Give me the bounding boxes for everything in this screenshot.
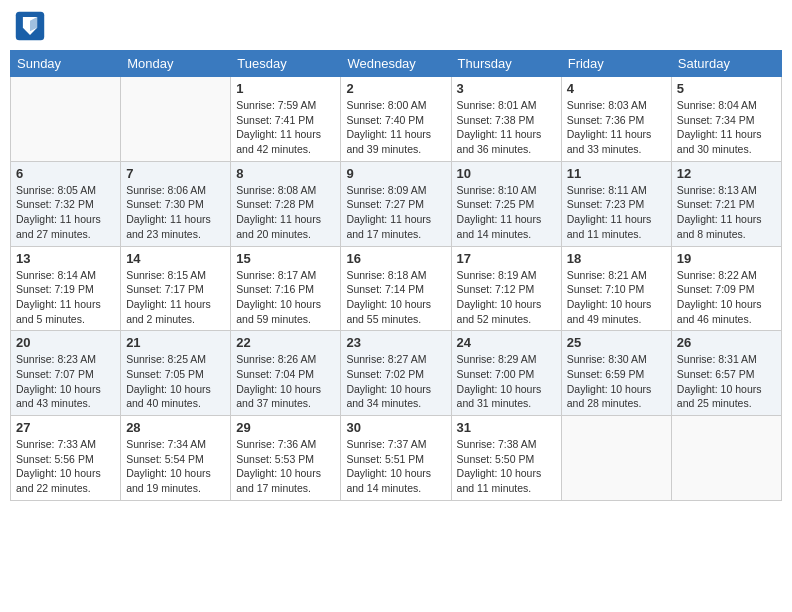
- logo-icon: [14, 10, 46, 42]
- cell-content: Sunrise: 8:15 AM Sunset: 7:17 PM Dayligh…: [126, 268, 225, 327]
- calendar-cell: 31Sunrise: 7:38 AM Sunset: 5:50 PM Dayli…: [451, 416, 561, 501]
- week-row-5: 27Sunrise: 7:33 AM Sunset: 5:56 PM Dayli…: [11, 416, 782, 501]
- day-number: 10: [457, 166, 556, 181]
- calendar-cell: 20Sunrise: 8:23 AM Sunset: 7:07 PM Dayli…: [11, 331, 121, 416]
- cell-content: Sunrise: 8:05 AM Sunset: 7:32 PM Dayligh…: [16, 183, 115, 242]
- day-number: 24: [457, 335, 556, 350]
- calendar-cell: 22Sunrise: 8:26 AM Sunset: 7:04 PM Dayli…: [231, 331, 341, 416]
- cell-content: Sunrise: 7:37 AM Sunset: 5:51 PM Dayligh…: [346, 437, 445, 496]
- calendar-cell: 27Sunrise: 7:33 AM Sunset: 5:56 PM Dayli…: [11, 416, 121, 501]
- col-header-wednesday: Wednesday: [341, 51, 451, 77]
- calendar-cell: [561, 416, 671, 501]
- calendar-cell: 3Sunrise: 8:01 AM Sunset: 7:38 PM Daylig…: [451, 77, 561, 162]
- day-number: 17: [457, 251, 556, 266]
- cell-content: Sunrise: 8:10 AM Sunset: 7:25 PM Dayligh…: [457, 183, 556, 242]
- calendar-cell: 16Sunrise: 8:18 AM Sunset: 7:14 PM Dayli…: [341, 246, 451, 331]
- cell-content: Sunrise: 7:59 AM Sunset: 7:41 PM Dayligh…: [236, 98, 335, 157]
- calendar-cell: [11, 77, 121, 162]
- cell-content: Sunrise: 8:18 AM Sunset: 7:14 PM Dayligh…: [346, 268, 445, 327]
- cell-content: Sunrise: 8:00 AM Sunset: 7:40 PM Dayligh…: [346, 98, 445, 157]
- calendar-cell: 21Sunrise: 8:25 AM Sunset: 7:05 PM Dayli…: [121, 331, 231, 416]
- calendar-cell: 9Sunrise: 8:09 AM Sunset: 7:27 PM Daylig…: [341, 161, 451, 246]
- day-number: 6: [16, 166, 115, 181]
- calendar-cell: 6Sunrise: 8:05 AM Sunset: 7:32 PM Daylig…: [11, 161, 121, 246]
- cell-content: Sunrise: 8:23 AM Sunset: 7:07 PM Dayligh…: [16, 352, 115, 411]
- day-number: 15: [236, 251, 335, 266]
- day-number: 5: [677, 81, 776, 96]
- day-number: 26: [677, 335, 776, 350]
- day-number: 13: [16, 251, 115, 266]
- calendar-cell: 29Sunrise: 7:36 AM Sunset: 5:53 PM Dayli…: [231, 416, 341, 501]
- calendar-cell: 23Sunrise: 8:27 AM Sunset: 7:02 PM Dayli…: [341, 331, 451, 416]
- week-row-1: 1Sunrise: 7:59 AM Sunset: 7:41 PM Daylig…: [11, 77, 782, 162]
- day-number: 3: [457, 81, 556, 96]
- cell-content: Sunrise: 7:38 AM Sunset: 5:50 PM Dayligh…: [457, 437, 556, 496]
- day-number: 27: [16, 420, 115, 435]
- calendar-cell: 17Sunrise: 8:19 AM Sunset: 7:12 PM Dayli…: [451, 246, 561, 331]
- cell-content: Sunrise: 7:36 AM Sunset: 5:53 PM Dayligh…: [236, 437, 335, 496]
- col-header-saturday: Saturday: [671, 51, 781, 77]
- calendar-cell: 4Sunrise: 8:03 AM Sunset: 7:36 PM Daylig…: [561, 77, 671, 162]
- calendar-cell: 15Sunrise: 8:17 AM Sunset: 7:16 PM Dayli…: [231, 246, 341, 331]
- col-header-tuesday: Tuesday: [231, 51, 341, 77]
- day-number: 1: [236, 81, 335, 96]
- day-number: 9: [346, 166, 445, 181]
- calendar-cell: 24Sunrise: 8:29 AM Sunset: 7:00 PM Dayli…: [451, 331, 561, 416]
- calendar-cell: 12Sunrise: 8:13 AM Sunset: 7:21 PM Dayli…: [671, 161, 781, 246]
- cell-content: Sunrise: 8:06 AM Sunset: 7:30 PM Dayligh…: [126, 183, 225, 242]
- calendar-cell: 19Sunrise: 8:22 AM Sunset: 7:09 PM Dayli…: [671, 246, 781, 331]
- calendar-cell: [671, 416, 781, 501]
- cell-content: Sunrise: 8:26 AM Sunset: 7:04 PM Dayligh…: [236, 352, 335, 411]
- day-number: 28: [126, 420, 225, 435]
- week-row-4: 20Sunrise: 8:23 AM Sunset: 7:07 PM Dayli…: [11, 331, 782, 416]
- cell-content: Sunrise: 8:22 AM Sunset: 7:09 PM Dayligh…: [677, 268, 776, 327]
- calendar-cell: 1Sunrise: 7:59 AM Sunset: 7:41 PM Daylig…: [231, 77, 341, 162]
- calendar-cell: 7Sunrise: 8:06 AM Sunset: 7:30 PM Daylig…: [121, 161, 231, 246]
- calendar-cell: 5Sunrise: 8:04 AM Sunset: 7:34 PM Daylig…: [671, 77, 781, 162]
- cell-content: Sunrise: 8:03 AM Sunset: 7:36 PM Dayligh…: [567, 98, 666, 157]
- day-number: 18: [567, 251, 666, 266]
- cell-content: Sunrise: 8:31 AM Sunset: 6:57 PM Dayligh…: [677, 352, 776, 411]
- calendar-cell: 18Sunrise: 8:21 AM Sunset: 7:10 PM Dayli…: [561, 246, 671, 331]
- calendar-cell: 11Sunrise: 8:11 AM Sunset: 7:23 PM Dayli…: [561, 161, 671, 246]
- calendar-cell: 30Sunrise: 7:37 AM Sunset: 5:51 PM Dayli…: [341, 416, 451, 501]
- cell-content: Sunrise: 8:08 AM Sunset: 7:28 PM Dayligh…: [236, 183, 335, 242]
- day-number: 19: [677, 251, 776, 266]
- calendar-cell: 13Sunrise: 8:14 AM Sunset: 7:19 PM Dayli…: [11, 246, 121, 331]
- day-number: 4: [567, 81, 666, 96]
- calendar-cell: 26Sunrise: 8:31 AM Sunset: 6:57 PM Dayli…: [671, 331, 781, 416]
- day-number: 2: [346, 81, 445, 96]
- calendar-cell: [121, 77, 231, 162]
- calendar-table: SundayMondayTuesdayWednesdayThursdayFrid…: [10, 50, 782, 501]
- cell-content: Sunrise: 8:17 AM Sunset: 7:16 PM Dayligh…: [236, 268, 335, 327]
- day-number: 30: [346, 420, 445, 435]
- cell-content: Sunrise: 8:25 AM Sunset: 7:05 PM Dayligh…: [126, 352, 225, 411]
- day-number: 25: [567, 335, 666, 350]
- calendar-cell: 28Sunrise: 7:34 AM Sunset: 5:54 PM Dayli…: [121, 416, 231, 501]
- col-header-monday: Monday: [121, 51, 231, 77]
- day-number: 22: [236, 335, 335, 350]
- cell-content: Sunrise: 8:04 AM Sunset: 7:34 PM Dayligh…: [677, 98, 776, 157]
- col-header-sunday: Sunday: [11, 51, 121, 77]
- cell-content: Sunrise: 8:29 AM Sunset: 7:00 PM Dayligh…: [457, 352, 556, 411]
- day-number: 21: [126, 335, 225, 350]
- day-number: 7: [126, 166, 225, 181]
- cell-content: Sunrise: 8:01 AM Sunset: 7:38 PM Dayligh…: [457, 98, 556, 157]
- day-number: 8: [236, 166, 335, 181]
- day-number: 20: [16, 335, 115, 350]
- day-number: 16: [346, 251, 445, 266]
- calendar-cell: 2Sunrise: 8:00 AM Sunset: 7:40 PM Daylig…: [341, 77, 451, 162]
- cell-content: Sunrise: 7:33 AM Sunset: 5:56 PM Dayligh…: [16, 437, 115, 496]
- col-header-friday: Friday: [561, 51, 671, 77]
- calendar-cell: 14Sunrise: 8:15 AM Sunset: 7:17 PM Dayli…: [121, 246, 231, 331]
- cell-content: Sunrise: 8:13 AM Sunset: 7:21 PM Dayligh…: [677, 183, 776, 242]
- day-number: 29: [236, 420, 335, 435]
- day-number: 11: [567, 166, 666, 181]
- week-row-3: 13Sunrise: 8:14 AM Sunset: 7:19 PM Dayli…: [11, 246, 782, 331]
- week-row-2: 6Sunrise: 8:05 AM Sunset: 7:32 PM Daylig…: [11, 161, 782, 246]
- cell-content: Sunrise: 7:34 AM Sunset: 5:54 PM Dayligh…: [126, 437, 225, 496]
- day-number: 12: [677, 166, 776, 181]
- cell-content: Sunrise: 8:19 AM Sunset: 7:12 PM Dayligh…: [457, 268, 556, 327]
- day-number: 31: [457, 420, 556, 435]
- cell-content: Sunrise: 8:21 AM Sunset: 7:10 PM Dayligh…: [567, 268, 666, 327]
